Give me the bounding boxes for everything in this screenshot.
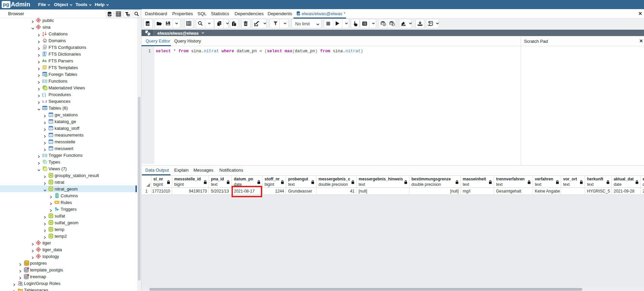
svg-text:1..3: 1..3: [42, 100, 47, 103]
svg-text:B: B: [42, 34, 44, 36]
svg-text:{(: {(: [42, 153, 45, 157]
svg-text:{ }: { }: [42, 92, 46, 97]
svg-text:)}: )}: [45, 153, 48, 157]
svg-text:{(: {(: [42, 79, 45, 83]
svg-text:Aa: Aa: [42, 59, 47, 63]
svg-text:A: A: [42, 32, 44, 34]
svg-text:)}: )}: [45, 79, 48, 83]
